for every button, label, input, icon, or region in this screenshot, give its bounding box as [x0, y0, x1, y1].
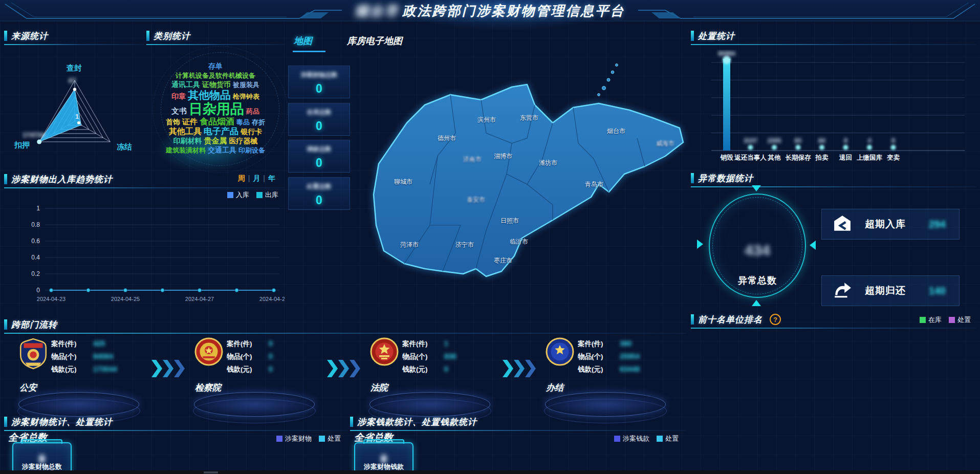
- tab-map[interactable]: 地图: [294, 35, 312, 47]
- shandong-map: [358, 56, 696, 322]
- wordcloud-word: 药品: [246, 107, 259, 115]
- legend-item[interactable]: 在库: [920, 315, 942, 325]
- svg-text:90994: 90994: [718, 50, 735, 57]
- wordcloud-word: 交通工具: [208, 146, 236, 154]
- wordcloud-word: 其他物品: [188, 89, 231, 101]
- scrollbar-thumb[interactable]: [204, 471, 218, 473]
- legend-swatch: [920, 317, 926, 323]
- org-stat-value: 84084: [93, 352, 113, 360]
- source-stats-panel: 来源统计 查封 扣押 冻结 67 174734 1: [4, 27, 144, 169]
- separator: |: [248, 174, 250, 182]
- money-total-card: 涉案财物钱款: [354, 442, 413, 473]
- wordcloud-word: 首饰: [166, 118, 180, 126]
- map-stat-card: 在库总数0: [288, 103, 350, 136]
- property-total-card: 涉案财物总数: [12, 442, 72, 473]
- money-stats-panel: 涉案钱款统计、处置钱款统计 全省总数 涉案钱款处置 涉案财物钱款: [350, 413, 686, 471]
- wordcloud-word: 通讯工具: [171, 80, 200, 89]
- svg-text:1: 1: [36, 205, 40, 212]
- org-stat-row: 物品(个)25954: [578, 350, 640, 362]
- org-stat-value: 380: [620, 339, 631, 348]
- legend-item[interactable]: 涉案财物: [276, 434, 312, 443]
- org-stat-row: 钱款(元)173044: [51, 362, 117, 375]
- svg-text:8: 8: [891, 137, 895, 144]
- legend-item[interactable]: 处置: [319, 434, 341, 443]
- org-stat-label: 钱款(元): [402, 363, 444, 376]
- org-stat-label: 案件(件): [51, 337, 93, 350]
- period-tab-1[interactable]: 周: [238, 174, 245, 182]
- svg-text:变卖: 变卖: [886, 154, 900, 161]
- flow-arrow-icon: [327, 359, 364, 380]
- radar-axis-dongjie: 冻结: [117, 142, 132, 152]
- org-stat-label: 物品(个): [578, 350, 620, 363]
- org-stat-value: 1: [444, 339, 448, 348]
- cross-dept-title: 跨部门流转: [11, 319, 57, 331]
- overdue-return-icon: [833, 282, 854, 300]
- tab-warehouse-emap[interactable]: 库房电子地图: [347, 35, 402, 47]
- abnormal-total-circle: 434 异常总数: [709, 193, 806, 298]
- abnormal-row-2[interactable]: 超期归还140: [821, 275, 960, 306]
- org-block-police: 案件(件)425物品(个)84084钱款(元)173044公安: [17, 335, 171, 422]
- title-underline: [4, 430, 348, 431]
- svg-text:返还当事人: 返还当事人: [734, 154, 767, 161]
- svg-text:拍卖: 拍卖: [815, 154, 829, 161]
- title-underline: [691, 328, 976, 329]
- title-underline: [350, 430, 686, 431]
- period-tab-3[interactable]: 年: [268, 174, 275, 182]
- help-icon[interactable]: ?: [770, 314, 781, 325]
- disposal-stats-panel: 处置统计 90994销毁3107返还当事人2305其他83长期保存84拍卖8退回…: [691, 27, 976, 166]
- svg-text:84: 84: [818, 137, 825, 144]
- title-accent-bar: [4, 319, 7, 330]
- title-underline: [691, 44, 976, 45]
- org-stat-value: 25954: [620, 352, 640, 360]
- header-title-row: 烟台市 政法跨部门涉案财物管理信息平台: [0, 0, 980, 21]
- legend-label: 出库: [265, 190, 278, 200]
- map-stat-card: 调拨总数0: [288, 140, 350, 173]
- org-stat-value: 173044: [93, 365, 117, 373]
- org-stat-value: 0: [269, 352, 273, 360]
- legend-item[interactable]: 出库: [256, 190, 278, 200]
- property-legend: 涉案财物处置: [276, 434, 341, 443]
- map-stat-label: 在库总数: [289, 108, 350, 117]
- wordcloud-word: 其他工具: [169, 127, 202, 136]
- legend-item[interactable]: 涉案钱款: [614, 434, 649, 443]
- legend-label: 涉案钱款: [623, 434, 649, 443]
- svg-text:83: 83: [795, 137, 802, 144]
- legend-item[interactable]: 入库: [227, 190, 249, 200]
- legend-item[interactable]: 处置: [949, 315, 971, 325]
- svg-text:8: 8: [844, 137, 847, 144]
- legend-swatch: [949, 317, 955, 323]
- abnormal-stats-panel: 异常数据统计 434 异常总数 超期入库294超期归还140: [691, 169, 976, 308]
- legend-item[interactable]: 处置: [657, 434, 679, 443]
- title-accent-bar: [4, 417, 7, 427]
- flow-arrow-icon: [151, 359, 188, 380]
- trend-stats-title: 涉案财物出入库趋势统计: [11, 174, 113, 185]
- org-stat-row: 钱款(元)0: [227, 362, 273, 375]
- abnormal-row-label: 超期归还: [865, 284, 906, 297]
- period-tab-2[interactable]: 月: [253, 174, 260, 182]
- title-underline: [4, 187, 285, 188]
- abnormal-row-1[interactable]: 超期入库294: [821, 209, 960, 240]
- tab-active-underline: [293, 51, 325, 52]
- svg-text:2024-04-23: 2024-04-23: [37, 296, 66, 302]
- wordcloud-word: 印章: [171, 92, 186, 100]
- radar-value-left: 174734: [23, 131, 45, 139]
- org-stat-value: 0: [269, 339, 273, 348]
- title-accent-bar: [4, 31, 7, 41]
- wordcloud-word: 日杂用品: [189, 101, 244, 117]
- radar-value-top: 67: [69, 77, 76, 84]
- chevron-down-icon: [752, 185, 761, 191]
- closed-badge-icon: [545, 337, 575, 369]
- org-stat-row: 钱款(元)63448: [578, 362, 640, 375]
- map-stat-value: 0: [289, 156, 350, 170]
- org-stat-row: 物品(个)84084: [51, 350, 117, 362]
- abnormal-stats-title: 异常数据统计: [698, 173, 753, 184]
- svg-text:其他: 其他: [768, 154, 781, 161]
- top10-title: 前十名单位排名: [698, 314, 763, 326]
- abnormal-row-value: 294: [929, 219, 946, 230]
- source-radar-chart: [4, 57, 144, 169]
- map-stat-card: 涉案财物总数0: [288, 66, 350, 98]
- radar-axis-kouya: 扣押: [14, 140, 30, 150]
- chevron-left-icon: [810, 241, 816, 250]
- wordcloud-word: 被服装具: [233, 81, 259, 89]
- procuratorate-badge-icon: [194, 337, 224, 369]
